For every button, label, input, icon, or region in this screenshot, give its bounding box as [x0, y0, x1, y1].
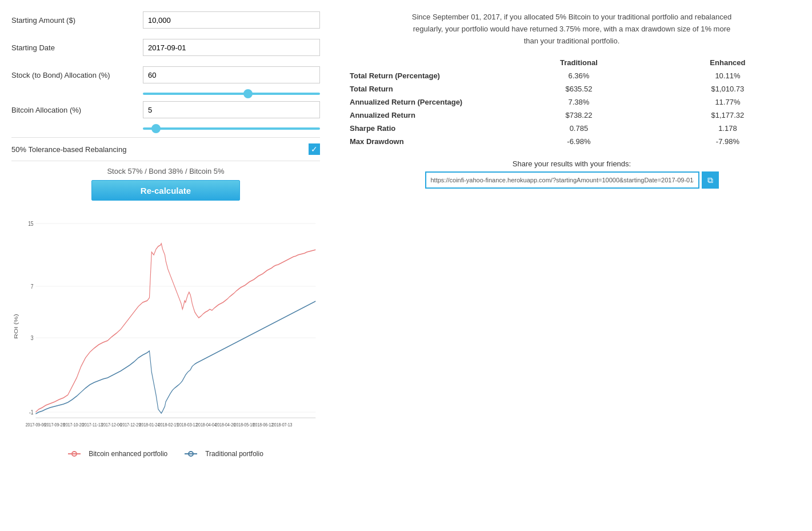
- row-traditional: 0.785: [503, 122, 655, 135]
- svg-text:ROI (%): ROI (%): [13, 314, 18, 338]
- results-row: Annualized Return (Percentage) 7.38% 11.…: [343, 95, 801, 109]
- copy-button[interactable]: ⧉: [702, 171, 719, 189]
- row-label: Total Return: [343, 82, 503, 95]
- bitcoin-legend-line: [68, 450, 85, 457]
- results-row: Max Drawdown -6.98% -7.98%: [343, 135, 801, 148]
- chart-svg: ROI (%) 15 7 3 -1 2017-09-06 2017-09-28 …: [11, 206, 320, 446]
- left-panel: Starting Amount ($) Starting Date Stock …: [11, 11, 320, 458]
- share-url-input[interactable]: [425, 171, 699, 189]
- row-enhanced: 11.77%: [655, 95, 801, 109]
- col-enhanced-header: Enhanced: [655, 56, 801, 69]
- traditional-legend-label: Traditional portfolio: [205, 450, 263, 458]
- starting-amount-label: Starting Amount ($): [11, 16, 143, 25]
- chart-container: ROI (%) 15 7 3 -1 2017-09-06 2017-09-28 …: [11, 206, 320, 446]
- row-enhanced: $1,177.32: [655, 109, 801, 122]
- results-row: Sharpe Ratio 0.785 1.178: [343, 122, 801, 135]
- svg-text:2018-06-12: 2018-06-12: [253, 422, 274, 428]
- row-label: Annualized Return: [343, 109, 503, 122]
- stock-bond-input[interactable]: [143, 66, 320, 83]
- col-traditional-header: Traditional: [503, 56, 655, 69]
- chart-area: ROI (%) 15 7 3 -1 2017-09-06 2017-09-28 …: [11, 206, 320, 458]
- right-panel: Since September 01, 2017, if you allocat…: [343, 11, 801, 458]
- results-row: Total Return $635.52 $1,010.73: [343, 82, 801, 95]
- separator2: [11, 161, 320, 161]
- svg-text:2018-02-15: 2018-02-15: [158, 422, 179, 428]
- svg-text:3: 3: [31, 334, 34, 341]
- bitcoin-alloc-label: Bitcoin Allocation (%): [11, 106, 143, 114]
- row-label: Sharpe Ratio: [343, 122, 503, 135]
- bitcoin-alloc-row: Bitcoin Allocation (%): [11, 101, 320, 118]
- svg-text:2018-03-12: 2018-03-12: [177, 422, 198, 428]
- svg-text:15: 15: [28, 220, 34, 227]
- allocation-text: Stock 57% / Bond 38% / Bitcoin 5%: [11, 167, 320, 175]
- row-traditional: $635.52: [503, 82, 655, 95]
- svg-text:2017-09-28: 2017-09-28: [45, 422, 65, 428]
- row-traditional: $738.22: [503, 109, 655, 122]
- traditional-legend-line: [185, 450, 202, 457]
- svg-text:2017-12-06: 2017-12-06: [101, 422, 122, 428]
- svg-text:2018-01-24: 2018-01-24: [139, 422, 160, 428]
- traditional-legend-item: Traditional portfolio: [185, 450, 263, 458]
- rebalancing-checkbox[interactable]: [309, 143, 320, 155]
- share-url-row: ⧉: [343, 171, 801, 189]
- row-label: Total Return (Percentage): [343, 69, 503, 82]
- svg-text:7: 7: [31, 283, 34, 290]
- separator: [11, 137, 320, 138]
- main-layout: Starting Amount ($) Starting Date Stock …: [11, 11, 801, 458]
- stock-bond-label: Stock (to Bond) Allocation (%): [11, 71, 143, 79]
- results-row: Total Return (Percentage) 6.36% 10.11%: [343, 69, 801, 82]
- starting-date-row: Starting Date: [11, 39, 320, 56]
- summary-text: Since September 01, 2017, if you allocat…: [406, 11, 738, 47]
- row-enhanced: 10.11%: [655, 69, 801, 82]
- bitcoin-legend-item: Bitcoin enhanced portfolio: [68, 450, 167, 458]
- copy-icon: ⧉: [707, 175, 713, 185]
- stock-bond-slider[interactable]: [143, 93, 320, 95]
- starting-date-input[interactable]: [143, 39, 320, 56]
- share-label: Share your results with your friends:: [343, 159, 801, 168]
- col-empty: [343, 56, 503, 69]
- row-label: Max Drawdown: [343, 135, 503, 148]
- results-table: Traditional Enhanced Total Return (Perce…: [343, 56, 801, 148]
- starting-amount-row: Starting Amount ($): [11, 11, 320, 29]
- svg-text:2018-04-26: 2018-04-26: [215, 422, 235, 428]
- bitcoin-slider[interactable]: [143, 127, 320, 130]
- svg-text:-1: -1: [29, 409, 34, 416]
- row-traditional: 7.38%: [503, 95, 655, 109]
- bitcoin-alloc-input[interactable]: [143, 101, 320, 118]
- share-section: Share your results with your friends: ⧉: [343, 159, 801, 189]
- bitcoin-legend-label: Bitcoin enhanced portfolio: [89, 450, 167, 458]
- starting-date-label: Starting Date: [11, 43, 143, 52]
- rebalancing-row: 50% Tolerance-based Rebalancing: [11, 143, 320, 155]
- row-traditional: 6.36%: [503, 69, 655, 82]
- starting-amount-input[interactable]: [143, 11, 320, 29]
- svg-text:2017-12-29: 2017-12-29: [121, 422, 141, 428]
- svg-text:2018-04-04: 2018-04-04: [196, 422, 217, 428]
- rebalancing-label: 50% Tolerance-based Rebalancing: [11, 145, 309, 154]
- row-traditional: -6.98%: [503, 135, 655, 148]
- recalculate-button[interactable]: Re-calculate: [91, 180, 240, 201]
- row-enhanced: -7.98%: [655, 135, 801, 148]
- svg-text:2017-11-13: 2017-11-13: [82, 422, 103, 428]
- row-label: Annualized Return (Percentage): [343, 95, 503, 109]
- stock-bond-slider-container: [143, 88, 320, 97]
- bitcoin-slider-container: [143, 123, 320, 131]
- results-table-header: Traditional Enhanced: [343, 56, 801, 69]
- stock-bond-row: Stock (to Bond) Allocation (%): [11, 66, 320, 83]
- row-enhanced: 1.178: [655, 122, 801, 135]
- svg-text:2018-07-13: 2018-07-13: [272, 422, 293, 428]
- svg-text:2017-10-20: 2017-10-20: [63, 422, 84, 428]
- svg-text:2018-05-18: 2018-05-18: [234, 422, 255, 428]
- results-row: Annualized Return $738.22 $1,177.32: [343, 109, 801, 122]
- chart-legend: Bitcoin enhanced portfolio Traditional p…: [11, 450, 320, 458]
- row-enhanced: $1,010.73: [655, 82, 801, 95]
- svg-text:2017-09-06: 2017-09-06: [26, 422, 46, 428]
